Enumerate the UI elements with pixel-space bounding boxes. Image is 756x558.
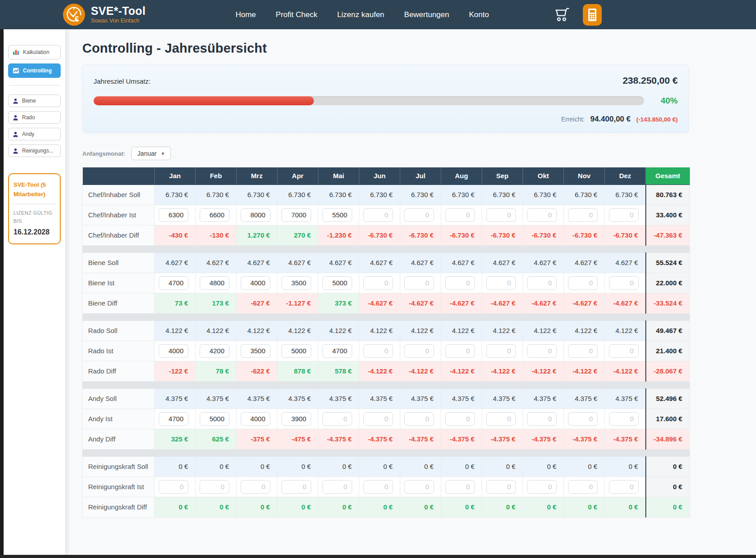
ist-input[interactable] [363,208,393,222]
nav-link-lizenz-kaufen[interactable]: Lizenz kaufen [337,10,385,19]
diff-cell: -4.122 € [359,361,400,381]
ist-cell [605,273,646,293]
ist-input[interactable] [241,480,270,494]
nav-link-bewertungen[interactable]: Bewertungen [404,10,449,19]
ist-input[interactable] [363,412,393,426]
ist-input[interactable] [159,208,188,222]
ist-input[interactable] [486,344,516,358]
ist-input[interactable] [486,276,516,290]
ist-input[interactable] [609,344,639,358]
sidebar-item-rado[interactable]: Rado [8,111,61,124]
ist-input[interactable] [363,276,393,290]
ist-input[interactable] [486,412,516,426]
table-row: Chef/Inhaber Soll6.730 €6.730 €6.730 €6.… [83,184,690,205]
ist-input[interactable] [241,276,270,290]
ist-input[interactable] [200,344,229,358]
ist-input[interactable] [445,344,475,358]
ist-input[interactable] [159,344,188,358]
ist-input[interactable] [282,344,311,358]
ist-input[interactable] [527,344,557,358]
ist-input[interactable] [159,276,188,290]
soll-cell: 4.627 € [564,252,605,273]
month-header: Jul [400,167,441,184]
calculator-button[interactable] [583,4,602,26]
diff-cell: -1.127 € [277,293,318,313]
sidebar-item-reinigungskraft[interactable]: Reinigungs... [8,144,61,157]
month-header: Aug [441,167,482,184]
ist-input[interactable] [486,480,516,494]
ist-input[interactable] [282,412,311,426]
ist-input[interactable] [200,276,229,290]
ist-input[interactable] [527,208,557,222]
top-navbar: € SVE*-Tool Sowas Von Einfach Home Profi… [0,0,756,29]
ist-input[interactable] [200,480,229,494]
ist-input[interactable] [322,276,352,290]
goal-label: Jahresziel Umsatz: [94,77,151,85]
ist-input[interactable] [445,208,475,222]
sidebar-item-kalkulation[interactable]: Kalkulation [8,45,61,59]
ist-input[interactable] [486,208,516,222]
ist-input[interactable] [404,344,434,358]
ist-input[interactable] [322,412,352,426]
soll-cell: 4.375 € [400,388,441,409]
nav-link-konto[interactable]: Konto [469,10,489,19]
ist-input[interactable] [404,480,434,494]
soll-cell: 6.730 € [400,184,441,205]
ist-input[interactable] [404,276,434,290]
ist-input[interactable] [445,480,475,494]
group-spacer-row [83,313,690,320]
ist-input[interactable] [609,412,639,426]
ist-input[interactable] [363,344,393,358]
ist-input[interactable] [282,208,311,222]
nav-link-profit-check[interactable]: Profit Check [276,10,318,19]
soll-cell: 6.730 € [605,184,646,205]
ist-input[interactable] [568,276,598,290]
ist-input[interactable] [609,208,639,222]
sidebar-item-andy[interactable]: Andy [8,128,61,140]
ist-input[interactable] [322,208,352,222]
nav-link-home[interactable]: Home [236,10,256,19]
ist-input[interactable] [159,480,188,494]
ist-input[interactable] [159,412,188,426]
soll-cell: 6.730 € [359,184,400,205]
ist-input[interactable] [282,276,311,290]
cart-button[interactable] [554,6,571,23]
ist-input[interactable] [282,480,311,494]
ist-input[interactable] [404,208,434,222]
group-spacer-row [83,245,690,252]
diff-cell: 878 € [277,361,318,381]
ist-input[interactable] [568,208,598,222]
sidebar-item-controlling[interactable]: Controlling [8,63,61,78]
diff-cell: -4.375 € [523,429,564,449]
ist-input[interactable] [527,276,557,290]
ist-input[interactable] [568,480,598,494]
diff-cell: -4.627 € [359,293,400,313]
ist-cell [359,477,400,497]
ist-cell [277,273,318,293]
ist-input[interactable] [445,412,475,426]
ist-input[interactable] [241,344,270,358]
ist-input[interactable] [322,344,352,358]
diff-cell: -6.730 € [400,225,441,245]
soll-cell: 6.730 € [441,184,482,205]
sidebar-item-biene[interactable]: Biene [8,94,61,107]
ist-input[interactable] [363,480,393,494]
start-month-select[interactable]: Januar ▼ [131,147,171,160]
ist-input[interactable] [200,412,229,426]
brand-title: SVE*-Tool [91,5,146,18]
diff-cell: -4.375 € [318,429,359,449]
ist-input[interactable] [527,480,557,494]
ist-input[interactable] [322,480,352,494]
ist-input[interactable] [609,276,639,290]
ist-cell [523,341,564,361]
ist-input[interactable] [241,412,270,426]
ist-input[interactable] [568,412,598,426]
ist-input[interactable] [568,344,598,358]
ist-input[interactable] [200,208,229,222]
ist-input[interactable] [404,412,434,426]
ist-input[interactable] [241,208,270,222]
total-cell: -34.896 € [646,429,690,449]
ist-input[interactable] [527,412,557,426]
ist-input[interactable] [445,276,475,290]
ist-input[interactable] [609,480,639,494]
